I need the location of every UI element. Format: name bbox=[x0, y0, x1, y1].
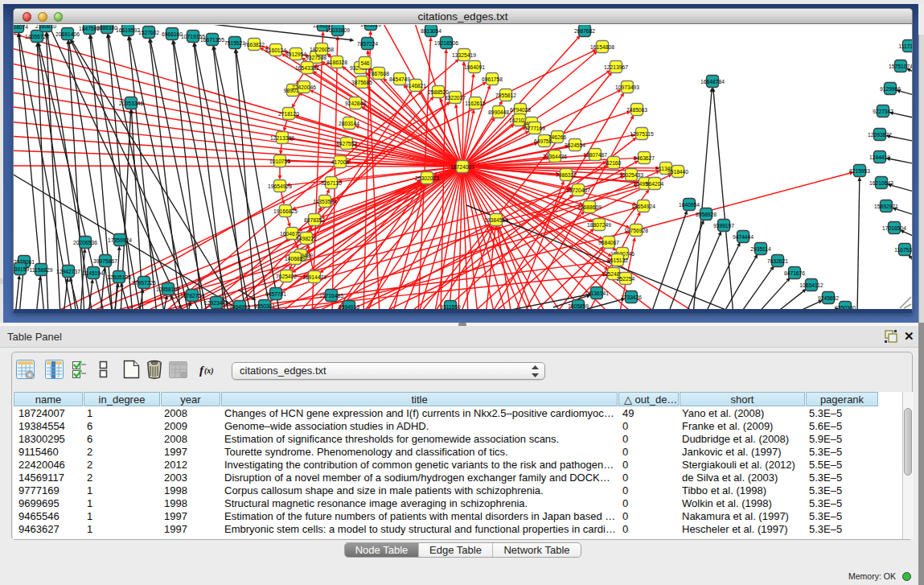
svg-text:18724007: 18724007 bbox=[450, 164, 474, 170]
svg-text:7955812: 7955812 bbox=[495, 93, 516, 98]
svg-text:16619592: 16619592 bbox=[116, 27, 140, 33]
svg-text:12942737: 12942737 bbox=[56, 269, 80, 274]
svg-text:9684067: 9684067 bbox=[598, 240, 619, 245]
svg-text:7905859: 7905859 bbox=[568, 303, 589, 309]
svg-text:8160124: 8160124 bbox=[265, 47, 286, 53]
svg-text:19654923: 19654923 bbox=[268, 183, 292, 189]
svg-text:1117398: 1117398 bbox=[898, 43, 912, 49]
svg-text:1864091: 1864091 bbox=[464, 64, 485, 70]
svg-text:19654924: 19654924 bbox=[631, 204, 655, 209]
svg-text:12975115: 12975115 bbox=[630, 131, 654, 137]
svg-text:10025433: 10025433 bbox=[619, 172, 643, 178]
svg-text:7515521: 7515521 bbox=[224, 40, 245, 46]
svg-text:12923448: 12923448 bbox=[204, 300, 228, 306]
svg-text:17957225: 17957225 bbox=[132, 280, 156, 286]
svg-text:5498222: 5498222 bbox=[296, 236, 317, 241]
svg-text:8408074: 8408074 bbox=[14, 25, 28, 30]
svg-text:9474444: 9474444 bbox=[733, 234, 754, 240]
svg-text:3875685: 3875685 bbox=[351, 80, 372, 85]
svg-text:2935114: 2935114 bbox=[750, 246, 771, 252]
svg-text:16648784: 16648784 bbox=[700, 79, 725, 84]
svg-text:417006: 417006 bbox=[331, 159, 350, 165]
svg-text:1733426: 1733426 bbox=[621, 295, 642, 300]
svg-text:7986322: 7986322 bbox=[556, 172, 577, 178]
svg-text:16154808: 16154808 bbox=[590, 44, 614, 50]
svg-text:9227342: 9227342 bbox=[873, 109, 893, 114]
svg-text:1403320: 1403320 bbox=[360, 25, 381, 27]
svg-text:6966160: 6966160 bbox=[162, 31, 183, 37]
svg-text:12093872: 12093872 bbox=[868, 132, 892, 138]
svg-text:7857224: 7857224 bbox=[357, 41, 378, 47]
svg-text:1640954: 1640954 bbox=[679, 202, 700, 208]
svg-text:1010755: 1010755 bbox=[269, 159, 290, 164]
svg-text:22420046: 22420046 bbox=[292, 84, 316, 90]
svg-text:12505135: 12505135 bbox=[107, 274, 131, 280]
svg-text:8813054: 8813054 bbox=[421, 28, 441, 34]
svg-text:16914479: 16914479 bbox=[302, 274, 326, 280]
svg-text:11156829: 11156829 bbox=[30, 267, 53, 273]
svg-text:9242848: 9242848 bbox=[345, 101, 366, 106]
svg-text:18807249: 18807249 bbox=[587, 222, 611, 228]
svg-text:9245652: 9245652 bbox=[818, 295, 839, 301]
svg-text:14136141: 14136141 bbox=[585, 290, 609, 296]
svg-text:11353594: 11353594 bbox=[313, 199, 337, 204]
svg-text:19756928: 19756928 bbox=[624, 228, 648, 233]
svg-text:3624554: 3624554 bbox=[565, 142, 585, 148]
svg-text:7632621: 7632621 bbox=[767, 258, 788, 264]
svg-text:10654112: 10654112 bbox=[799, 282, 823, 288]
svg-text:20691406: 20691406 bbox=[55, 31, 80, 37]
svg-text:15716485: 15716485 bbox=[319, 293, 343, 299]
svg-text:8958928: 8958928 bbox=[696, 212, 717, 217]
svg-text:8322037: 8322037 bbox=[445, 95, 466, 101]
svg-text:7663822: 7663822 bbox=[244, 42, 265, 47]
svg-text:2803144: 2803144 bbox=[339, 121, 359, 126]
svg-text:17016504: 17016504 bbox=[882, 225, 906, 231]
svg-text:8912954: 8912954 bbox=[285, 51, 306, 57]
svg-text:10807487: 10807487 bbox=[583, 152, 607, 158]
svg-text:8186328: 8186328 bbox=[326, 60, 347, 65]
svg-text:8990448: 8990448 bbox=[488, 109, 509, 115]
svg-text:7485063: 7485063 bbox=[626, 107, 647, 113]
svg-text:1162615: 1162615 bbox=[465, 101, 486, 106]
svg-text:16782759: 16782759 bbox=[180, 293, 204, 299]
svg-text:9350300: 9350300 bbox=[835, 305, 856, 310]
svg-text:1406889: 1406889 bbox=[285, 256, 306, 262]
svg-text:15692971: 15692971 bbox=[874, 204, 898, 209]
svg-text:8454749: 8454749 bbox=[389, 76, 410, 82]
svg-text:20053346: 20053346 bbox=[119, 101, 143, 106]
svg-text:21364436: 21364436 bbox=[543, 154, 567, 159]
svg-text:8594913: 8594913 bbox=[339, 304, 359, 310]
svg-text:(x): (x) bbox=[204, 366, 214, 376]
svg-text:8878352: 8878352 bbox=[304, 217, 325, 223]
svg-text:7625402: 7625402 bbox=[276, 274, 297, 279]
svg-text:9399197: 9399197 bbox=[713, 223, 734, 229]
svg-text:939159: 939159 bbox=[14, 266, 29, 272]
svg-text:9518440: 9518440 bbox=[667, 169, 688, 175]
svg-text:9463627: 9463627 bbox=[634, 155, 655, 161]
svg-text:9129966: 9129966 bbox=[880, 86, 901, 92]
svg-text:10688609: 10688609 bbox=[577, 204, 602, 210]
svg-text:8471676: 8471676 bbox=[784, 270, 805, 276]
svg-text:25302023: 25302023 bbox=[415, 175, 439, 181]
svg-text:2718120: 2718120 bbox=[278, 111, 299, 117]
svg-text:15751074: 15751074 bbox=[889, 64, 912, 69]
svg-text:10958107: 10958107 bbox=[156, 286, 180, 292]
svg-text:16210643: 16210643 bbox=[869, 180, 893, 186]
svg-text:964204: 964204 bbox=[646, 181, 664, 187]
svg-text:746266: 746266 bbox=[548, 134, 567, 140]
svg-text:14055724: 14055724 bbox=[25, 34, 49, 39]
svg-text:19384554: 19384554 bbox=[484, 217, 508, 223]
svg-text:9311559: 9311559 bbox=[440, 304, 461, 310]
svg-text:6961758: 6961758 bbox=[482, 76, 503, 82]
svg-text:9777169: 9777169 bbox=[524, 126, 545, 131]
svg-text:8427552: 8427552 bbox=[336, 141, 357, 146]
svg-text:16543382: 16543382 bbox=[295, 65, 319, 71]
svg-text:19166825: 19166825 bbox=[273, 208, 298, 214]
svg-text:16671355: 16671355 bbox=[200, 37, 224, 43]
svg-text:2588520: 2588520 bbox=[428, 89, 449, 95]
svg-text:9886380: 9886380 bbox=[97, 25, 117, 31]
svg-text:10973493: 10973493 bbox=[615, 84, 639, 90]
svg-text:9350301: 9350301 bbox=[254, 303, 275, 309]
svg-text:1615132: 1615132 bbox=[607, 257, 628, 263]
svg-text:18226058: 18226058 bbox=[310, 47, 334, 52]
